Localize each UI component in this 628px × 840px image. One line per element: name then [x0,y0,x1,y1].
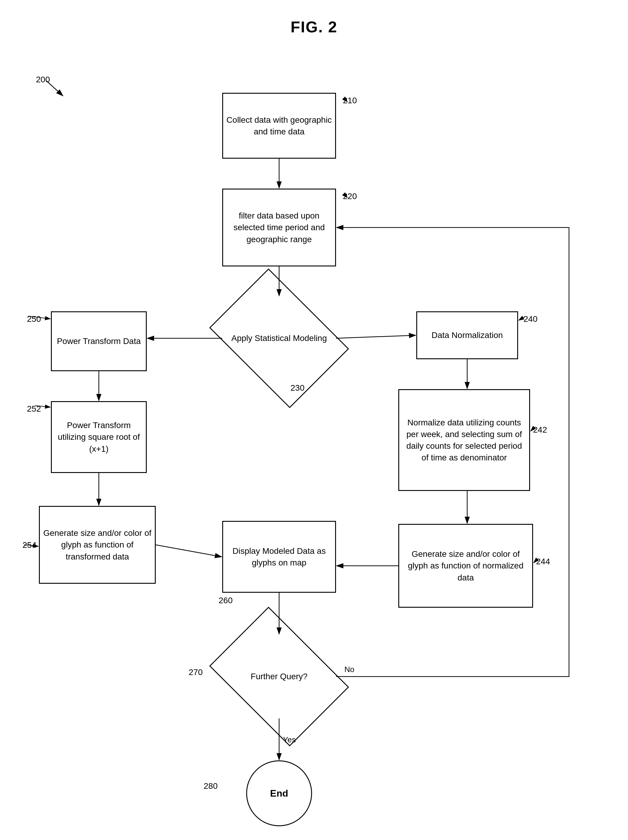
ref-260: 260 [218,596,233,605]
power-transform-detail-box: Power Transform utilizing square root of… [51,401,147,473]
data-normalization-box: Data Normalization [416,311,518,359]
ref-280: 280 [204,781,218,791]
ref-270: 270 [189,668,203,677]
generate-normalized-box: Generate size and/or color of glyph as f… [398,524,533,608]
ref-220: 220 [343,192,357,201]
svg-text:No: No [345,665,354,674]
svg-line-7 [336,335,416,338]
ref-200: 200 [36,75,50,84]
normalize-detail-box: Normalize data utilizing counts per week… [398,389,530,491]
ref-254: 254 [22,540,36,550]
ref-252: 252 [27,404,41,414]
ref-242: 242 [533,425,547,435]
ref-244: 244 [536,557,550,566]
svg-line-12 [156,545,221,557]
ref-230: 230 [291,383,305,393]
apply-diamond: Apply Statistical Modeling [222,296,336,380]
collect-box: Collect data with geographic and time da… [222,93,336,159]
ref-250: 250 [27,314,41,324]
filter-box: filter data based upon selected time per… [222,189,336,267]
power-transform-box: Power Transform Data [51,311,147,371]
end-circle: End [246,760,312,826]
ref-240: 240 [524,314,538,324]
further-query-diamond: Further Query? [222,635,336,718]
ref-210: 210 [343,96,357,105]
display-box: Display Modeled Data as glyphs on map [222,521,336,593]
generate-transformed-box: Generate size and/or color of glyph as f… [39,506,156,584]
page-title: FIG. 2 [0,0,628,48]
